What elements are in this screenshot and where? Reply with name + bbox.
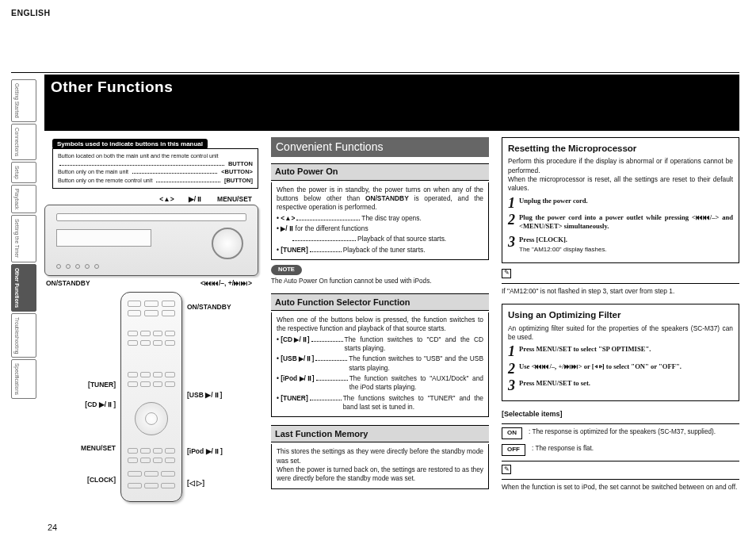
- symbols-legend-title: Symbols used to indicate buttons in this…: [52, 139, 208, 149]
- selectable-items-title: [Selectable items]: [502, 409, 739, 419]
- reset-step2: Plug the power cord into a power outlet …: [519, 213, 733, 232]
- af-b4v: The functions switches to "TUNER" and th…: [343, 394, 483, 412]
- sel-on-key: ON: [502, 427, 522, 439]
- section-title: Other Functions: [44, 77, 739, 98]
- apo-key: ON/STANDBY: [365, 194, 409, 202]
- tab-timer[interactable]: Setting the Timer: [11, 215, 36, 262]
- page-number: 24: [48, 523, 57, 532]
- apo-b3v: Playback of the tuner starts.: [343, 246, 426, 255]
- note-pill: NOTE: [271, 265, 302, 275]
- reset-tip: If "AM12:00" is not flashed in step 3, s…: [502, 287, 674, 295]
- tab-setup[interactable]: Setup: [11, 162, 36, 183]
- language-label: ENGLISH: [11, 8, 739, 73]
- remote-label-menuset: MENU/SET: [44, 444, 116, 453]
- reset-step1: Unplug the power cord.: [519, 197, 733, 206]
- symbol-row-both: Button located on both the main unit and…: [58, 152, 219, 160]
- remote-label-tuner: [TUNER]: [44, 381, 116, 389]
- symbol-key-bracket: [BUTTON]: [224, 177, 253, 186]
- reset-micro-box: Resetting the Microprocessor Perform thi…: [502, 137, 739, 264]
- auto-func-title: Auto Function Selector Function: [271, 293, 489, 311]
- reset-step3: Press [CLOCK].The "AM12:00" display flas…: [519, 236, 733, 254]
- apo-b2v2: Playback of that source starts.: [357, 235, 446, 243]
- tab-specs[interactable]: Specifications: [11, 359, 36, 399]
- remote-label-clock: [CLOCK]: [44, 476, 116, 484]
- pencil-icon: ✎: [502, 269, 511, 278]
- reset-title: Resetting the Microprocessor: [508, 143, 733, 155]
- apo-b2v: for the different functions: [296, 224, 368, 233]
- filter-tip: When the function is set to iPod, the se…: [502, 483, 737, 491]
- filter-box: Using an Optimizing Filter An optimizing…: [502, 304, 739, 401]
- auto-func-box: When one of the buttons below is pressed…: [271, 312, 489, 417]
- lf-body: This stores the settings as they were di…: [277, 447, 483, 482]
- af-body: When one of the buttons below is pressed…: [277, 316, 483, 332]
- step-2-num: 2: [508, 213, 515, 226]
- filter-step2: Use <⏮⏮/–, +/⏭⏭> or [◁ ▷] to select "ON"…: [519, 362, 733, 372]
- remote-label-onstandby: ON/STANDBY: [187, 303, 258, 312]
- filter-step3: Press MENU/SET to set.: [519, 379, 733, 389]
- symbol-key-button: BUTTON: [228, 160, 253, 169]
- tab-other-functions[interactable]: Other Functions: [11, 264, 36, 312]
- reset-step3-sub: The "AM12:00" display flashes.: [519, 246, 733, 255]
- device-label-onstandby: ON/STANDBY: [46, 279, 90, 287]
- last-func-title: Last Function Memory: [271, 425, 489, 442]
- apo-b1v: The disc tray opens.: [361, 214, 421, 223]
- auto-power-on-title: Auto Power On: [271, 163, 489, 181]
- remote-label-cd: [CD ▶/⏸]: [44, 400, 116, 409]
- remote-control-diagram: [120, 292, 182, 502]
- af-b3v: The function switches to "AUX1/Dock" and…: [349, 374, 483, 393]
- section-title-bar: Other Functions: [44, 75, 739, 131]
- last-func-box: This stores the settings as they were di…: [271, 444, 489, 488]
- apo-b2k: • ▶/⏸: [277, 224, 294, 233]
- sel-off-key: OFF: [502, 444, 525, 456]
- pencil-icon-2: ✎: [502, 465, 511, 474]
- step-3-num: 3: [508, 236, 515, 248]
- af-b1k: • [CD ▶/⏸]: [277, 335, 310, 354]
- af-b3k: • [iPod ▶/⏸]: [277, 374, 315, 393]
- note-text: The Auto Power On function cannot be use…: [271, 277, 489, 285]
- reset-body: Perform this procedure if the display is…: [508, 157, 733, 192]
- tab-getting-started[interactable]: Getting Started: [11, 79, 36, 122]
- device-label-menuset: MENU/SET: [217, 195, 252, 203]
- main-unit-diagram: [44, 205, 258, 276]
- symbols-legend: Symbols used to indicate buttons in this…: [52, 139, 258, 190]
- step-1-num: 1: [508, 197, 515, 209]
- tab-connections[interactable]: Connections: [11, 124, 36, 160]
- symbol-row-remote: Button only on the remote control unit: [58, 177, 152, 185]
- tab-trouble[interactable]: Troubleshooting: [11, 313, 36, 358]
- af-b2v: The function switches to "USB" and the U…: [349, 354, 483, 373]
- af-b4k: • [TUNER]: [277, 394, 308, 412]
- filter-step3-num: 3: [508, 379, 515, 392]
- apo-b3k: • [TUNER]: [277, 246, 308, 255]
- device-label-eject: <▲>: [159, 195, 174, 203]
- sidebar-tabs: Getting Started Connections Setup Playba…: [11, 75, 36, 529]
- device-label-skip: <⏮⏮/–, +/⏭⏭>: [200, 279, 252, 287]
- convenient-heading: Convenient Functions: [271, 137, 489, 157]
- filter-step1-num: 1: [508, 345, 515, 358]
- remote-label-ipod: [iPod ▶/⏸]: [187, 447, 258, 456]
- tab-playback[interactable]: Playback: [11, 185, 36, 213]
- filter-step2-num: 2: [508, 362, 515, 375]
- device-label-play: ▶/⏸: [189, 195, 203, 203]
- sel-off-val: : The response is flat.: [532, 444, 739, 453]
- filter-title: Using an Optimizing Filter: [508, 309, 733, 322]
- af-b2k: • [USB ▶/⏸]: [277, 354, 314, 373]
- af-b1v: The function switches to "CD" and the CD…: [345, 335, 483, 354]
- apo-b1k: • <▲>: [277, 214, 295, 223]
- symbol-key-angle: <BUTTON>: [221, 168, 253, 177]
- remote-label-arrows: [◁ ▷]: [187, 479, 258, 488]
- filter-step1: Press MENU/SET to select "SP OPTIMISE".: [519, 345, 733, 354]
- remote-label-usb: [USB ▶/⏸]: [187, 391, 258, 400]
- auto-power-on-box: When the power is in standby, the power …: [271, 182, 489, 260]
- symbol-row-mainunit: Button only on the main unit: [58, 168, 128, 176]
- filter-body: An optimizing filter suited for the prop…: [508, 324, 733, 341]
- sel-on-val: : The response is optimized for the spea…: [529, 427, 739, 436]
